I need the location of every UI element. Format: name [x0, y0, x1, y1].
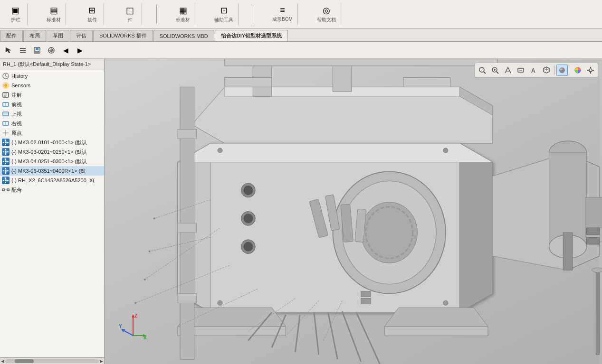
vp-color-btn[interactable]	[572, 65, 583, 76]
sensor-icon	[2, 82, 10, 89]
vp-settings-btn[interactable]	[585, 65, 596, 76]
comp4-icon	[2, 167, 10, 175]
feature-tree[interactable]: History Sensors	[0, 70, 104, 357]
tab-sw-plugin[interactable]: SOLIDWORKS 插件	[93, 30, 153, 41]
toolbar-btn-3[interactable]: ⊞ 接件	[86, 4, 99, 24]
vp-section-btn[interactable]	[502, 65, 514, 76]
viewport[interactable]: Z X Y	[105, 59, 602, 364]
target-btn[interactable]	[45, 44, 58, 57]
svg-point-99	[218, 148, 222, 153]
tab-sw-mbd[interactable]: SOLIDWORKS MBD	[153, 30, 214, 41]
scroll-left-arrow[interactable]: ◀	[1, 359, 4, 364]
svg-rect-131	[361, 299, 371, 304]
vp-separator-1	[554, 65, 554, 75]
toolbar-label-6: 辅助工具	[214, 17, 233, 23]
svg-point-126	[149, 251, 151, 252]
3d-model-svg	[105, 59, 602, 364]
tab-buJu[interactable]: 布局	[23, 30, 46, 41]
comp3-icon	[2, 158, 10, 165]
svg-point-102	[443, 300, 448, 305]
svg-rect-4	[36, 47, 38, 50]
toolbar-btn-8[interactable]: ◎ 帮助文档	[315, 4, 338, 24]
svg-rect-163	[587, 70, 589, 71]
svg-rect-67	[225, 59, 497, 66]
tab-bar: 配件 布局 草图 评估 SOLIDWORKS 插件 SOLIDWORKS MBD…	[0, 28, 602, 42]
svg-rect-36	[5, 153, 6, 155]
tree-item-comp2[interactable]: (-) MK3-03-0201~0250<1> (默认	[0, 147, 104, 157]
secondary-toolbar: ◀ ▶	[0, 42, 602, 59]
viewport-3d[interactable]: Z X Y	[105, 59, 602, 364]
comp2-icon	[2, 148, 10, 156]
nav-right[interactable]: ▶	[73, 44, 86, 57]
scroll-thumb[interactable]	[15, 359, 34, 363]
tree-item-history[interactable]: History	[0, 71, 104, 81]
tab-pingGu[interactable]: 评估	[70, 30, 93, 41]
tree-item-comp4[interactable]: (-) MK3-06-0351~0400R<1> (默	[0, 166, 104, 176]
tab-diy[interactable]: 怡合达DIY铝型材选型系统	[215, 30, 288, 41]
svg-line-156	[544, 68, 546, 70]
tree-item-origin[interactable]: 原点	[0, 128, 104, 138]
main-layout: RH_1 (默认<Default_Display State-1> Histor…	[0, 59, 602, 364]
top-view-label: 上视	[11, 111, 22, 118]
vp-shading-btn[interactable]	[556, 65, 568, 76]
vp-zoom-btn[interactable]	[489, 65, 501, 76]
tab-peiJian[interactable]: 配件	[0, 30, 23, 41]
vp-cube-btn[interactable]	[541, 65, 552, 76]
scroll-track[interactable]	[5, 359, 99, 363]
svg-marker-132	[225, 78, 272, 87]
model-title: RH_1 (默认<Default_Display State-1>	[0, 59, 104, 70]
toolbar-btn-4[interactable]: ◫ 件	[124, 4, 136, 24]
svg-rect-55	[3, 180, 4, 181]
toolbar-btn-6[interactable]: ⊡ 辅助工具	[212, 4, 235, 24]
svg-point-34	[5, 151, 7, 153]
tree-item-right-view[interactable]: 右视	[0, 119, 104, 128]
svg-rect-0	[20, 48, 26, 49]
svg-marker-133	[403, 78, 450, 87]
vp-text-btn[interactable]: A	[528, 65, 539, 76]
svg-rect-38	[7, 151, 9, 152]
toolbar-btn-5[interactable]: ▦ 标准材	[174, 4, 192, 24]
top-toolbar: ▣ 护栏 ▤ 标准材 ⊞ 接件 ◫ 件 ▦	[0, 0, 602, 28]
toolbar-label-1: 护栏	[11, 17, 20, 23]
toolbar-label-7: 成形BOM	[272, 16, 293, 23]
tree-item-sensors[interactable]: Sensors	[0, 81, 104, 90]
history-label: History	[11, 73, 28, 79]
mating-icon	[2, 186, 10, 194]
toolbar-btn-7[interactable]: ≡ 成形BOM	[270, 4, 295, 24]
scroll-right-arrow[interactable]: ▶	[100, 359, 103, 364]
toolbar-group-3: ⊞ 接件	[80, 3, 104, 25]
svg-point-77	[244, 242, 253, 252]
svg-point-28	[5, 141, 7, 143]
svg-point-158	[560, 68, 563, 70]
select-btn[interactable]	[2, 44, 15, 57]
tab-caoTu[interactable]: 草图	[47, 30, 69, 41]
svg-point-100	[443, 148, 448, 153]
list-btn[interactable]	[16, 44, 29, 57]
svg-point-80	[361, 202, 418, 263]
svg-rect-1	[20, 50, 26, 51]
annotations-label: 注解	[11, 92, 22, 99]
left-scrollbar[interactable]: ◀ ▶	[0, 357, 104, 364]
svg-rect-92	[587, 237, 600, 244]
top-view-icon	[2, 110, 10, 118]
tree-item-front-view[interactable]: 前视	[0, 100, 104, 109]
tree-item-top-view[interactable]: 上视	[0, 109, 104, 119]
vp-display-btn[interactable]	[515, 65, 526, 76]
vp-search-btn[interactable]	[477, 65, 488, 76]
svg-rect-35	[5, 149, 6, 150]
svg-line-155	[546, 68, 549, 70]
nav-left[interactable]: ◀	[59, 44, 72, 57]
tree-item-mating[interactable]: 配合	[0, 185, 104, 195]
mating-label: 配合	[11, 187, 22, 194]
svg-point-46	[5, 170, 7, 172]
toolbar-btn-1[interactable]: ▣ 护栏	[9, 4, 22, 24]
svg-rect-54	[5, 182, 6, 183]
tree-item-comp3[interactable]: (-) MK3-04-0251~0300<1> (默认	[0, 157, 104, 166]
svg-point-121	[134, 302, 136, 304]
toolbar-group-6: ⊡ 辅助工具	[210, 3, 239, 25]
tree-item-annotations[interactable]: 注解	[0, 90, 104, 100]
toolbar-btn-2[interactable]: ▤ 标准材	[45, 4, 63, 24]
tree-item-comp1[interactable]: (-) MK3-02-0101~0100<1> (默认	[0, 138, 104, 147]
save-btn[interactable]	[30, 44, 44, 57]
tree-item-comp5[interactable]: (-) RH_X2_6C1452A8526A5200_X(	[0, 176, 104, 185]
